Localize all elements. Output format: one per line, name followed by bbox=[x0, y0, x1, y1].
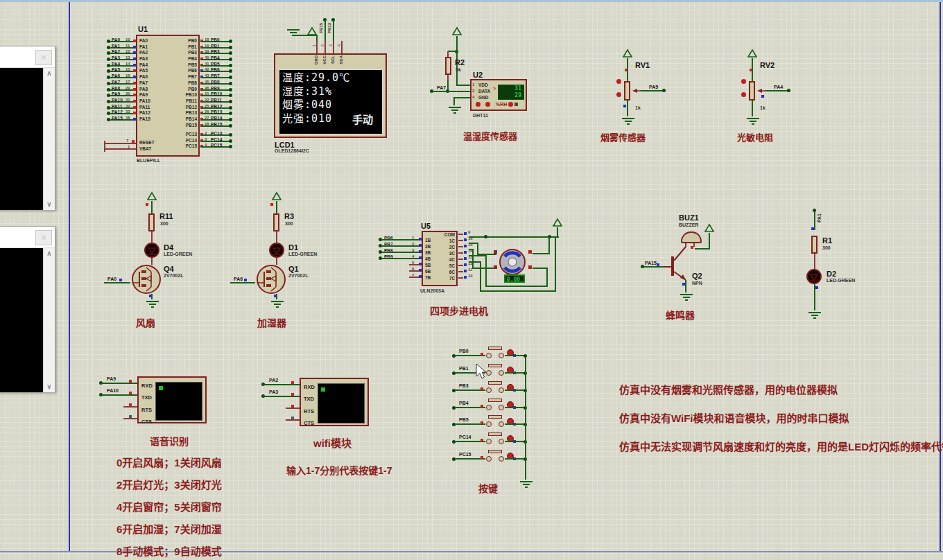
r11-resistor[interactable] bbox=[148, 213, 155, 231]
close-icon[interactable]: × bbox=[35, 230, 52, 245]
lcd-pin-label: SDA bbox=[339, 55, 343, 64]
q4-mosfet[interactable] bbox=[130, 263, 162, 295]
u5-input-pin-row[interactable]: 7 bbox=[379, 274, 422, 280]
buz1-ref: BUZ1 bbox=[679, 213, 699, 222]
pin-state-icon bbox=[623, 105, 626, 107]
chip-pin-label: PA1 bbox=[139, 44, 150, 51]
d1-led[interactable] bbox=[269, 243, 284, 258]
button-contact-icon bbox=[486, 353, 492, 358]
chip-pin-label: PA8 bbox=[139, 87, 150, 93]
net-label: PB14 bbox=[211, 116, 222, 121]
r2-resistor[interactable] bbox=[445, 57, 451, 75]
terminal-popup-window-1[interactable]: × ∧ ∨ bbox=[0, 46, 55, 210]
button-cap[interactable] bbox=[488, 415, 502, 419]
scroll-up-icon[interactable]: ∧ bbox=[44, 248, 55, 259]
chip-pin-label: PB10 bbox=[169, 92, 197, 98]
u5-input-pin-row[interactable]: 5 bbox=[379, 261, 422, 268]
scrollbar[interactable]: ∧ ∨ bbox=[43, 68, 55, 210]
voice-pin-labels: RXDTXDRTSCTS bbox=[141, 380, 153, 428]
rv1-potentiometer[interactable] bbox=[624, 81, 630, 100]
u1-reset-label: RESET bbox=[139, 140, 155, 146]
button-cap[interactable] bbox=[488, 450, 502, 453]
q2-part: NPN bbox=[692, 281, 702, 286]
resistor-lead bbox=[447, 51, 449, 57]
net-label: PB4 bbox=[459, 401, 469, 405]
key-rows: PB0 PB1 bbox=[449, 351, 533, 471]
pin-number: 29 bbox=[126, 86, 130, 90]
net-label: PB1 bbox=[459, 366, 469, 371]
wire bbox=[643, 266, 664, 268]
window-titlebar[interactable]: × bbox=[0, 46, 55, 68]
wire bbox=[469, 236, 559, 238]
window-titlebar[interactable]: × bbox=[0, 227, 55, 248]
ground-icon bbox=[447, 105, 462, 115]
close-icon[interactable]: × bbox=[35, 50, 52, 65]
dht-switch-icon[interactable] bbox=[514, 103, 518, 106]
net-label: PB3 bbox=[211, 49, 220, 54]
pin-state-icon bbox=[291, 405, 294, 408]
u1-pc-pin-row[interactable]: 4 PC15 bbox=[200, 143, 232, 150]
junction-dot bbox=[229, 46, 232, 49]
u5-output-pin-row[interactable]: 10 bbox=[458, 274, 486, 281]
scroll-up-icon[interactable]: ∧ bbox=[44, 68, 55, 79]
stepper-motor[interactable] bbox=[495, 247, 530, 277]
chip-pin-label: GND bbox=[478, 94, 490, 100]
sheet-left-border bbox=[69, 2, 70, 551]
net-label: PA7 bbox=[112, 80, 120, 85]
button-cap[interactable] bbox=[488, 381, 502, 385]
button-contact-icon bbox=[486, 421, 492, 427]
u5-input-pin-row[interactable]: PB9 4 bbox=[379, 255, 422, 261]
pin-state-icon bbox=[129, 403, 132, 406]
d4-led[interactable] bbox=[144, 243, 159, 258]
u1-right-pin-row[interactable]: 28 PB15 bbox=[200, 123, 232, 129]
q2-npn-transistor[interactable] bbox=[660, 241, 691, 281]
u1-left-pin-row[interactable]: PA15 38 bbox=[107, 116, 136, 123]
mouse-cursor-icon bbox=[476, 363, 487, 380]
u1-pc-pins: 2 PC13 3 PC14 4 PC15 bbox=[200, 132, 232, 150]
pin-number: 5 bbox=[412, 261, 414, 265]
ground-icon bbox=[145, 299, 160, 309]
pin-number: 14 bbox=[126, 62, 130, 66]
ground-rail-wire bbox=[525, 358, 526, 480]
schematic-canvas[interactable]: × ∧ ∨ × ∧ ∨ U1 BLUEPILL PA0 bbox=[0, 0, 943, 560]
pin-state-icon bbox=[119, 279, 122, 281]
wire bbox=[230, 282, 255, 283]
scrollbar[interactable]: ∧ ∨ bbox=[43, 248, 55, 392]
terminal-popup-window-2[interactable]: × ∧ ∨ bbox=[0, 226, 55, 392]
scroll-down-icon[interactable]: ∨ bbox=[44, 199, 55, 210]
r1-resistor[interactable] bbox=[811, 236, 817, 254]
pin-number: 4 bbox=[412, 254, 414, 259]
pin-state-icon bbox=[133, 106, 136, 109]
u5-input-pin-row[interactable]: 6 bbox=[379, 268, 422, 274]
scroll-down-icon[interactable]: ∨ bbox=[44, 381, 55, 392]
wire bbox=[456, 85, 470, 86]
push-button-row[interactable]: PC15 bbox=[449, 454, 533, 471]
buzzer-title: 蜂鸣器 bbox=[666, 308, 695, 322]
rv2-potentiometer[interactable] bbox=[749, 81, 755, 100]
chip-pin-label: PA10 bbox=[139, 98, 150, 105]
wire bbox=[151, 231, 153, 243]
pin-number: 4 bbox=[472, 94, 474, 100]
lcd-pin-stub bbox=[333, 41, 334, 53]
pin-state-icon bbox=[464, 251, 467, 254]
keys-title: 按键 bbox=[478, 481, 498, 495]
button-cap[interactable] bbox=[488, 399, 502, 402]
button-cap[interactable] bbox=[488, 364, 502, 367]
module-pin-label: RTS bbox=[304, 405, 315, 417]
q1-mosfet[interactable] bbox=[255, 263, 287, 295]
dht-led-icon bbox=[485, 102, 490, 107]
d2-led[interactable] bbox=[806, 269, 822, 284]
chip-pin-label: PA6 bbox=[139, 74, 150, 80]
junction-dot bbox=[229, 88, 232, 91]
pin-state-icon bbox=[481, 387, 483, 390]
pin-number: 40 bbox=[205, 55, 209, 60]
u1-left-pins: PA0 10 PA1 11 PA2 12 bbox=[107, 38, 136, 123]
r3-resistor[interactable] bbox=[273, 213, 279, 231]
button-cap[interactable] bbox=[488, 432, 502, 436]
pin-state-icon bbox=[419, 275, 422, 278]
net-label: PB13 bbox=[211, 110, 222, 114]
pin-state-icon bbox=[419, 269, 422, 272]
chip-pin-label: 6C bbox=[431, 269, 455, 275]
button-cap[interactable] bbox=[488, 347, 502, 350]
note-line: 2开启灯光；3关闭灯光 bbox=[116, 477, 222, 491]
